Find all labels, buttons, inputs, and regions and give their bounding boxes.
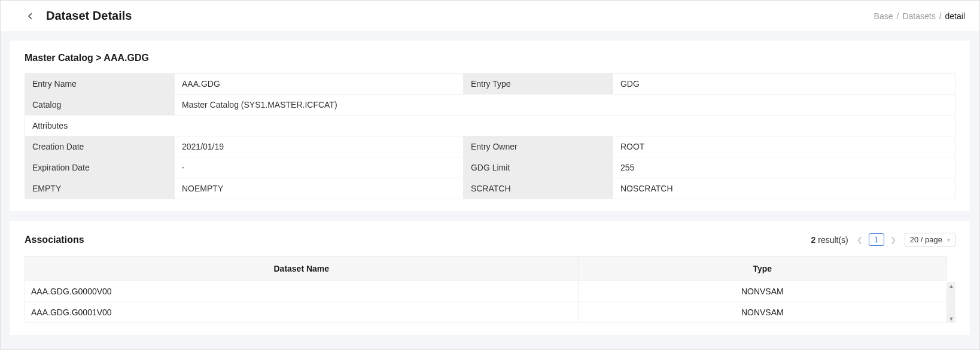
catalog-label: Catalog [25, 95, 175, 115]
details-card: Master Catalog > AAA.GDG Entry Name AAA.… [10, 41, 970, 211]
next-page-icon[interactable]: ❯ [888, 235, 899, 245]
breadcrumb-base[interactable]: Base [874, 11, 893, 21]
catalog-path-title: Master Catalog > AAA.GDG [25, 53, 955, 63]
empty-value: NOEMPTY [175, 178, 464, 199]
pagination: 2 result(s) ❮ 1 ❯ 20 / page ▾ [811, 233, 955, 246]
back-icon[interactable] [25, 10, 36, 22]
gdg-limit-label: GDG Limit [463, 157, 613, 178]
gdg-limit-value: 255 [613, 157, 955, 178]
entry-owner-label: Entry Owner [463, 136, 613, 157]
breadcrumb-sep: / [939, 11, 942, 21]
table-row[interactable]: AAA.GDG.G0000V00 NONVSAM [25, 281, 947, 302]
page-title: Dataset Details [46, 9, 132, 23]
dataset-type-cell: NONVSAM [578, 302, 946, 323]
breadcrumb-datasets[interactable]: Datasets [902, 11, 935, 21]
associations-table-wrapper: Dataset Name Type AAA.GDG.G0000V00 NONVS… [25, 256, 955, 323]
page-header: Dataset Details Base / Datasets / detail [1, 1, 979, 31]
breadcrumb-current: detail [945, 11, 965, 21]
page-nav: ❮ 1 ❯ [854, 233, 899, 246]
content-area: Master Catalog > AAA.GDG Entry Name AAA.… [1, 31, 979, 349]
scrollbar[interactable]: ▲ ▼ [947, 282, 955, 323]
entry-name-label: Entry Name [25, 74, 175, 95]
scratch-value: NOSCRATCH [613, 178, 955, 199]
dataset-name-cell: AAA.GDG.G0000V00 [25, 281, 579, 302]
breadcrumb: Base / Datasets / detail [874, 11, 965, 21]
chevron-down-icon: ▾ [947, 236, 950, 243]
expiration-date-label: Expiration Date [25, 157, 175, 178]
associations-title: Associations [25, 235, 84, 245]
scroll-up-icon[interactable]: ▲ [947, 282, 955, 290]
page-number[interactable]: 1 [869, 233, 884, 246]
expiration-date-value: - [175, 157, 464, 178]
empty-label: EMPTY [25, 178, 175, 199]
result-suffix: result(s) [815, 235, 848, 245]
entry-name-value: AAA.GDG [175, 74, 464, 95]
page-size-select[interactable]: 20 / page ▾ [905, 233, 955, 246]
details-table: Entry Name AAA.GDG Entry Type GDG Catalo… [25, 73, 955, 199]
associations-card: Associations 2 result(s) ❮ 1 ❯ 20 / page… [10, 221, 970, 335]
creation-date-value: 2021/01/19 [175, 136, 464, 157]
col-type: Type [578, 257, 946, 281]
col-dataset-name: Dataset Name [25, 257, 579, 281]
dataset-type-cell: NONVSAM [578, 281, 946, 302]
page-size-label: 20 / page [910, 235, 942, 244]
scroll-down-icon[interactable]: ▼ [947, 315, 955, 323]
entry-type-label: Entry Type [463, 74, 613, 95]
creation-date-label: Creation Date [25, 136, 175, 157]
attributes-section: Attributes [25, 115, 955, 136]
page-container: Dataset Details Base / Datasets / detail… [0, 0, 980, 350]
header-left: Dataset Details [25, 9, 132, 23]
result-count: 2 result(s) [811, 235, 848, 245]
breadcrumb-sep: / [897, 11, 899, 21]
entry-type-value: GDG [613, 74, 955, 95]
entry-owner-value: ROOT [613, 136, 955, 157]
scratch-label: SCRATCH [463, 178, 613, 199]
associations-table: Dataset Name Type AAA.GDG.G0000V00 NONVS… [25, 256, 947, 323]
prev-page-icon[interactable]: ❮ [854, 235, 865, 245]
catalog-value: Master Catalog (SYS1.MASTER.ICFCAT) [175, 95, 955, 115]
table-row[interactable]: AAA.GDG.G0001V00 NONVSAM [25, 302, 947, 323]
dataset-name-cell: AAA.GDG.G0001V00 [25, 302, 579, 323]
associations-header: Associations 2 result(s) ❮ 1 ❯ 20 / page… [25, 233, 955, 246]
